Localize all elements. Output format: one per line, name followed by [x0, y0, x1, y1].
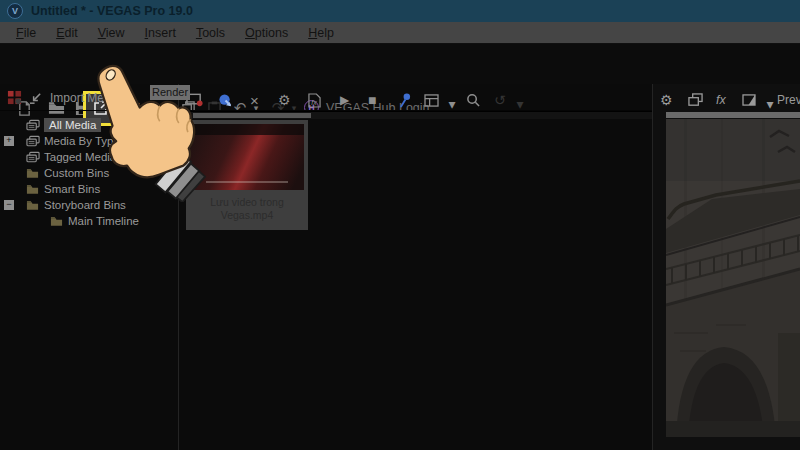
- search-icon: [466, 93, 480, 107]
- vegas-logo-icon: V: [7, 3, 23, 19]
- menu-bar: File Edit View Insert Tools Options Help: [0, 22, 800, 44]
- project-media-tab-icon[interactable]: [7, 90, 22, 109]
- chevron-down-icon: ▾: [516, 96, 523, 112]
- menu-insert[interactable]: Insert: [135, 22, 186, 44]
- media-stack-icon: [26, 135, 40, 148]
- media-stack-icon: [26, 151, 40, 164]
- menu-tools[interactable]: Tools: [186, 22, 235, 44]
- media-fx-icon: fx: [308, 93, 321, 108]
- gear-icon: ⚙: [278, 92, 291, 108]
- import-media-icon[interactable]: [28, 91, 43, 110]
- menu-edit[interactable]: Edit: [46, 22, 88, 44]
- menu-file[interactable]: File: [6, 22, 46, 44]
- media-scrollbar-thumb[interactable]: [193, 113, 311, 118]
- stop-icon: ■: [368, 92, 376, 108]
- tag-pin-icon: [398, 93, 411, 108]
- split-screen-view-button[interactable]: [742, 90, 756, 110]
- get-media-from-web-button[interactable]: [218, 90, 233, 110]
- expand-plus-icon[interactable]: +: [4, 136, 14, 146]
- media-tags-button[interactable]: [398, 90, 411, 110]
- chevron-down-icon: ▾: [766, 96, 773, 112]
- svg-text:fx: fx: [311, 99, 317, 106]
- remove-media-button[interactable]: ×: [250, 90, 259, 110]
- title-bar: V Untitled * - VEGAS Pro 19.0: [0, 0, 800, 22]
- web-download-icon: [218, 93, 233, 108]
- collapse-minus-icon[interactable]: −: [4, 200, 14, 210]
- grid-view-icon: [424, 94, 439, 107]
- menu-view[interactable]: View: [88, 22, 135, 44]
- overlap-windows-icon: [688, 93, 703, 108]
- media-properties-button[interactable]: ⚙: [278, 90, 291, 110]
- stop-preview-button[interactable]: ■: [368, 90, 376, 110]
- split-screen-dropdown[interactable]: ▾: [764, 94, 776, 114]
- folder-icon: [26, 200, 39, 211]
- search-media-button[interactable]: [466, 90, 480, 110]
- media-fx-button[interactable]: fx: [308, 90, 321, 110]
- tree-label: Main Timeline: [68, 215, 139, 227]
- history-loop-icon: ↺: [494, 92, 506, 108]
- fx-icon: fx: [716, 93, 726, 107]
- window-title: Untitled * - VEGAS Pro 19.0: [31, 0, 193, 22]
- pointing-hand-cursor: [88, 64, 206, 202]
- thumbnail-top-band: [190, 124, 304, 135]
- start-preview-button[interactable]: ▶: [340, 90, 349, 110]
- thumbnail-subtitle-line: [206, 181, 288, 183]
- recapture-button[interactable]: ↺: [494, 90, 506, 110]
- media-stack-icon: [26, 119, 40, 132]
- video-output-fx-button[interactable]: fx: [716, 90, 726, 110]
- preview-properties-button[interactable]: ⚙: [660, 90, 673, 110]
- views-button[interactable]: [424, 90, 439, 110]
- folder-icon: [26, 184, 39, 195]
- gear-icon: ⚙: [660, 92, 673, 108]
- menu-help[interactable]: Help: [298, 22, 344, 44]
- chevron-down-icon: ▾: [448, 96, 455, 112]
- folder-icon: [26, 168, 39, 179]
- clip-thumbnail: [190, 124, 304, 190]
- clip-name: Lưu video trong Vegas.mp4: [194, 196, 300, 222]
- menu-options[interactable]: Options: [235, 22, 298, 44]
- tree-item-main-timeline[interactable]: Main Timeline: [50, 213, 139, 229]
- external-monitor-button[interactable]: [688, 90, 703, 110]
- preview-quality-label[interactable]: Preview: [777, 90, 800, 110]
- preview-video-frame: [666, 119, 800, 437]
- preview-scrollbar-thumb[interactable]: [666, 112, 800, 118]
- remove-x-icon: ×: [250, 92, 259, 109]
- folder-icon: [50, 216, 63, 227]
- play-icon: ▶: [340, 93, 349, 107]
- split-screen-icon: [742, 94, 756, 106]
